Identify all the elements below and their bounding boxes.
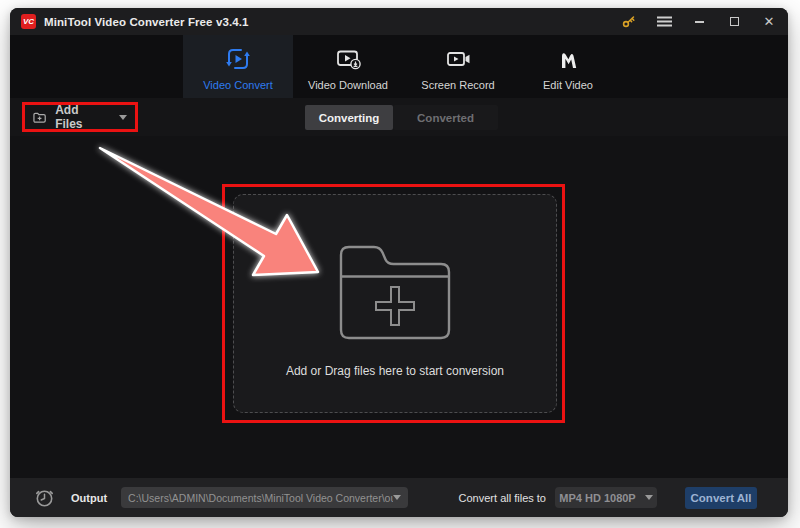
convert-to-label: Convert all files to: [459, 492, 546, 504]
close-button[interactable]: ✕: [761, 14, 777, 30]
screen-record-icon: [445, 46, 471, 72]
toolbar: Add Files Converting Converted: [10, 98, 788, 136]
schedule-clock-icon[interactable]: [34, 487, 55, 508]
app-title: MiniTool Video Converter Free v3.4.1: [44, 16, 248, 28]
tab-video-convert[interactable]: Video Convert: [183, 35, 293, 98]
hamburger-menu-icon[interactable]: [656, 14, 672, 30]
convert-all-button[interactable]: Convert All: [685, 487, 757, 509]
edit-video-icon: [557, 46, 579, 72]
output-label: Output: [71, 492, 107, 504]
tab-label: Screen Record: [421, 79, 494, 91]
output-format-select[interactable]: MP4 HD 1080P: [555, 487, 657, 508]
tab-label: Video Download: [308, 79, 388, 91]
add-files-label: Add Files: [55, 103, 106, 131]
tab-converted[interactable]: Converted: [393, 105, 498, 130]
main-area: Add or Drag files here to start conversi…: [10, 136, 788, 478]
output-path-field[interactable]: C:\Users\ADMIN\Documents\MiniTool Video …: [121, 487, 408, 508]
output-path-value: C:\Users\ADMIN\Documents\MiniTool Video …: [128, 492, 393, 504]
bottom-bar: Output C:\Users\ADMIN\Documents\MiniTool…: [10, 478, 788, 517]
tab-screen-record[interactable]: Screen Record: [403, 35, 513, 98]
folder-plus-icon: [334, 237, 456, 347]
tab-label: Video Convert: [203, 79, 273, 91]
video-convert-icon: [225, 46, 251, 72]
chevron-down-icon: [393, 495, 401, 500]
add-folder-icon: [33, 111, 46, 124]
chevron-down-icon: [645, 495, 653, 500]
output-format-value: MP4 HD 1080P: [559, 492, 635, 504]
video-download-icon: [335, 46, 362, 72]
title-bar: VC MiniTool Video Converter Free v3.4.1 …: [10, 8, 788, 35]
maximize-button[interactable]: [726, 14, 742, 30]
app-window: VC MiniTool Video Converter Free v3.4.1 …: [10, 8, 788, 517]
tab-converting[interactable]: Converting: [305, 105, 393, 130]
conversion-view-tabs: Converting Converted: [305, 105, 498, 130]
tab-edit-video[interactable]: Edit Video: [513, 35, 623, 98]
app-logo-icon: VC: [21, 14, 36, 29]
tab-label: Edit Video: [543, 79, 593, 91]
chevron-down-icon: [119, 115, 127, 120]
license-key-icon[interactable]: [621, 14, 637, 30]
drop-zone[interactable]: Add or Drag files here to start conversi…: [233, 194, 557, 413]
drop-zone-message: Add or Drag files here to start conversi…: [286, 364, 504, 378]
add-files-button[interactable]: Add Files: [22, 102, 138, 132]
main-nav: Video Convert Video Download: [10, 35, 788, 98]
tab-video-download[interactable]: Video Download: [293, 35, 403, 98]
minimize-button[interactable]: [691, 14, 707, 30]
